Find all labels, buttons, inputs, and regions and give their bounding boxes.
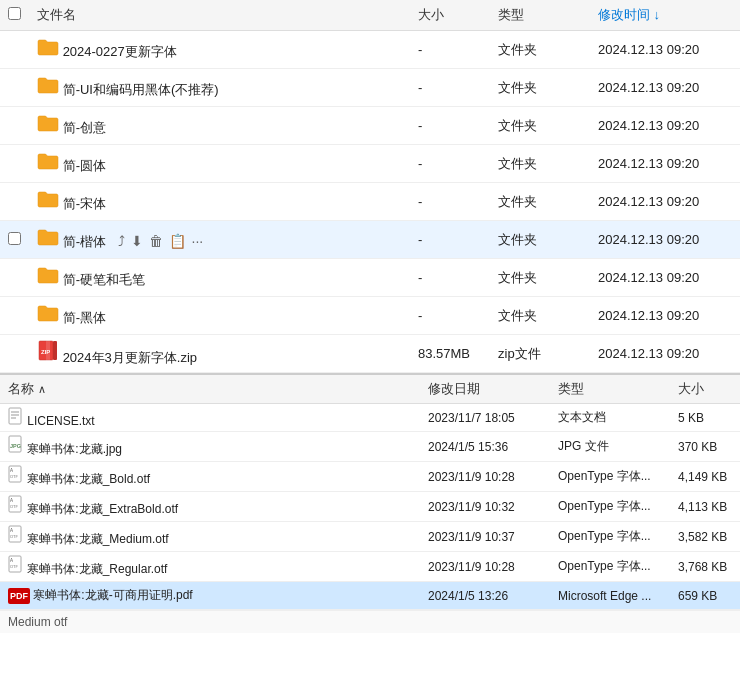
- svg-text:A: A: [10, 468, 13, 473]
- bottom-file-pane: 名称 ∧ 修改日期 类型 大小 LICENSE.txt 2023/11/7 18…: [0, 374, 740, 633]
- row-checkbox-cell: [0, 183, 29, 221]
- bottom-type-cell: OpenType 字体...: [550, 492, 670, 522]
- bottom-file-icon: [8, 414, 24, 428]
- svg-text:JPG: JPG: [10, 443, 21, 449]
- row-checkbox-cell: [0, 335, 29, 373]
- bottom-file-name: 寒蝉书体:龙藏-可商用证明.pdf: [33, 588, 192, 602]
- file-modified-cell: 2024.12.13 09:20: [590, 107, 740, 145]
- table-row[interactable]: 简-黑体 -文件夹2024.12.13 09:20: [0, 297, 740, 335]
- file-type-cell: 文件夹: [490, 107, 590, 145]
- list-item[interactable]: A OTF 寒蝉书体:龙藏_Bold.otf 2023/11/9 10:28Op…: [0, 462, 740, 492]
- file-modified-cell: 2024.12.13 09:20: [590, 259, 740, 297]
- file-modified-cell: 2024.12.13 09:20: [590, 31, 740, 69]
- file-modified-cell: 2024.12.13 09:20: [590, 183, 740, 221]
- list-item[interactable]: A OTF 寒蝉书体:龙藏_Medium.otf 2023/11/9 10:37…: [0, 522, 740, 552]
- row-checkbox[interactable]: [8, 232, 21, 245]
- bottom-file-name: 寒蝉书体:龙藏_ExtraBold.otf: [27, 502, 178, 516]
- file-name-cell: 简-圆体: [29, 145, 410, 183]
- name-cell-content: 简-硬笔和毛笔: [37, 266, 402, 289]
- list-item[interactable]: JPG 寒蝉书体:龙藏.jpg 2024/1/5 15:36JPG 文件370 …: [0, 432, 740, 462]
- table-row[interactable]: 简-楷体 ⤴ ⬇ 🗑 📋 ··· -文件夹2024.12.13 09:20: [0, 221, 740, 259]
- file-name-label: 2024-0227更新字体: [63, 44, 177, 59]
- bottom-name-cell-content: A OTF 寒蝉书体:龙藏_ExtraBold.otf: [8, 495, 412, 518]
- name-cell-content: 简-UI和编码用黑体(不推荐): [37, 76, 402, 99]
- table-row[interactable]: 简-宋体 -文件夹2024.12.13 09:20: [0, 183, 740, 221]
- svg-text:OTF: OTF: [10, 504, 19, 509]
- top-file-pane: 文件名 大小 类型 修改时间 ↓ 2024-0227更新字体 -文件夹2024.…: [0, 0, 740, 374]
- file-type-cell: 文件夹: [490, 183, 590, 221]
- table-row[interactable]: 2024-0227更新字体 -文件夹2024.12.13 09:20: [0, 31, 740, 69]
- download-icon[interactable]: ⬇: [131, 233, 143, 249]
- header-type[interactable]: 类型: [490, 0, 590, 31]
- bottom-size-cell: 4,149 KB: [670, 462, 740, 492]
- bottom-name-cell: LICENSE.txt: [0, 404, 420, 432]
- file-name-cell: ZIP 2024年3月更新字体.zip: [29, 335, 410, 373]
- file-size-cell: -: [410, 183, 490, 221]
- bottom-name-cell: A OTF 寒蝉书体:龙藏_Medium.otf: [0, 522, 420, 552]
- file-size-cell: -: [410, 31, 490, 69]
- bottom-modified-cell: 2023/11/9 10:28: [420, 552, 550, 582]
- list-item[interactable]: A OTF 寒蝉书体:龙藏_ExtraBold.otf 2023/11/9 10…: [0, 492, 740, 522]
- svg-rect-1: [53, 341, 57, 360]
- bottom-header-modified[interactable]: 修改日期: [420, 375, 550, 404]
- file-name-label: 简-硬笔和毛笔: [63, 272, 145, 287]
- file-type-cell: zip文件: [490, 335, 590, 373]
- bottom-file-icon: A OTF: [8, 502, 24, 516]
- table-row[interactable]: 简-硬笔和毛笔 -文件夹2024.12.13 09:20: [0, 259, 740, 297]
- preview-icon[interactable]: 📋: [169, 233, 186, 249]
- svg-text:A: A: [10, 558, 13, 563]
- bottom-size-cell: 3,582 KB: [670, 522, 740, 552]
- name-cell-content: 2024-0227更新字体: [37, 38, 402, 61]
- bottom-file-name: 寒蝉书体:龙藏.jpg: [27, 442, 122, 456]
- list-item[interactable]: LICENSE.txt 2023/11/7 18:05文本文档5 KB: [0, 404, 740, 432]
- name-cell-content: ZIP 2024年3月更新字体.zip: [37, 340, 402, 367]
- file-icon: [37, 44, 59, 59]
- file-modified-cell: 2024.12.13 09:20: [590, 335, 740, 373]
- bottom-type-cell: OpenType 字体...: [550, 522, 670, 552]
- file-name-cell: 简-创意: [29, 107, 410, 145]
- bottom-file-name: 寒蝉书体:龙藏_Regular.otf: [27, 562, 167, 576]
- bottom-name-cell: JPG 寒蝉书体:龙藏.jpg: [0, 432, 420, 462]
- file-name-label: 简-宋体: [63, 196, 106, 211]
- file-name-cell: 简-黑体: [29, 297, 410, 335]
- header-checkbox-col: [0, 0, 29, 31]
- name-cell-content: 简-圆体: [37, 152, 402, 175]
- file-type-cell: 文件夹: [490, 69, 590, 107]
- file-size-cell: -: [410, 259, 490, 297]
- bottom-name-cell-content: A OTF 寒蝉书体:龙藏_Medium.otf: [8, 525, 412, 548]
- table-row[interactable]: 简-圆体 -文件夹2024.12.13 09:20: [0, 145, 740, 183]
- table-row[interactable]: ZIP 2024年3月更新字体.zip 83.57MBzip文件2024.12.…: [0, 335, 740, 373]
- delete-icon[interactable]: 🗑: [149, 233, 163, 249]
- action-icons: ⤴ ⬇ 🗑 📋 ···: [118, 233, 204, 249]
- name-cell-content: 简-创意: [37, 114, 402, 137]
- header-modified[interactable]: 修改时间 ↓: [590, 0, 740, 31]
- header-filename[interactable]: 文件名: [29, 0, 410, 31]
- name-cell-content: 简-黑体: [37, 304, 402, 327]
- row-checkbox-cell: [0, 31, 29, 69]
- bottom-header-size[interactable]: 大小: [670, 375, 740, 404]
- table-row[interactable]: 简-创意 -文件夹2024.12.13 09:20: [0, 107, 740, 145]
- file-type-cell: 文件夹: [490, 297, 590, 335]
- bottom-header-type[interactable]: 类型: [550, 375, 670, 404]
- table-row[interactable]: 简-UI和编码用黑体(不推荐) -文件夹2024.12.13 09:20: [0, 69, 740, 107]
- list-item[interactable]: PDF 寒蝉书体:龙藏-可商用证明.pdf 2024/1/5 13:26Micr…: [0, 582, 740, 610]
- select-all-checkbox[interactable]: [8, 7, 21, 20]
- list-item[interactable]: A OTF 寒蝉书体:龙藏_Regular.otf 2023/11/9 10:2…: [0, 552, 740, 582]
- more-icon[interactable]: ···: [192, 233, 204, 249]
- share-icon[interactable]: ⤴: [118, 233, 125, 249]
- file-size-cell: -: [410, 145, 490, 183]
- name-cell-content: 简-楷体 ⤴ ⬇ 🗑 📋 ···: [37, 228, 402, 251]
- bottom-name-cell-content: LICENSE.txt: [8, 407, 412, 428]
- bottom-header-name[interactable]: 名称 ∧: [0, 375, 420, 404]
- row-checkbox-cell: [0, 107, 29, 145]
- file-name-label: 简-黑体: [63, 310, 106, 325]
- file-icon: ZIP: [37, 350, 59, 365]
- svg-rect-4: [9, 408, 21, 424]
- file-type-cell: 文件夹: [490, 221, 590, 259]
- bottom-size-cell: 5 KB: [670, 404, 740, 432]
- bottom-file-icon: A OTF: [8, 562, 24, 576]
- bottom-name-cell-content: A OTF 寒蝉书体:龙藏_Bold.otf: [8, 465, 412, 488]
- bottom-file-icon: JPG: [8, 442, 24, 456]
- file-size-cell: -: [410, 69, 490, 107]
- header-size[interactable]: 大小: [410, 0, 490, 31]
